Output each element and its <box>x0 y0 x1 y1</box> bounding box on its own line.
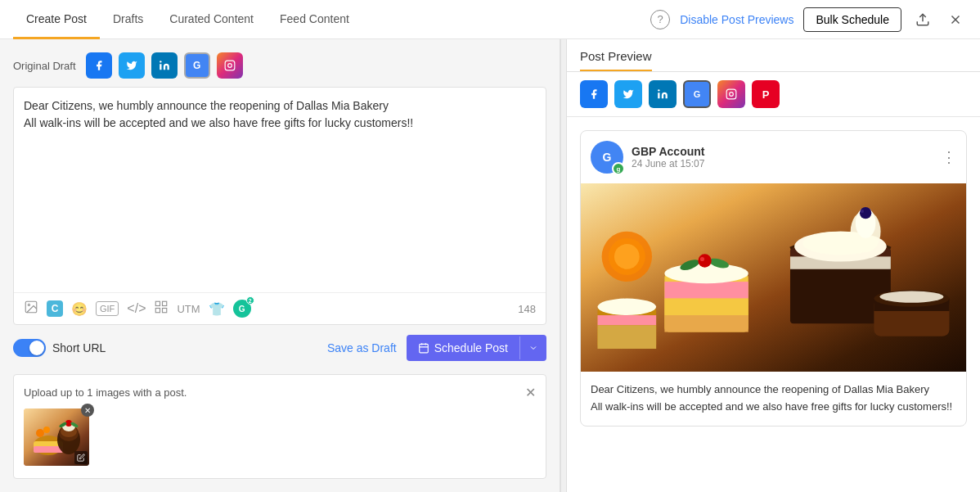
svg-point-54 <box>700 257 704 261</box>
avatar-badge: g <box>612 162 625 175</box>
schedule-chevron[interactable] <box>519 336 546 359</box>
post-textarea[interactable]: Dear Citizens, we humbly announce the re… <box>14 88 546 292</box>
tab-curated-content[interactable]: Curated Content <box>156 1 267 39</box>
svg-point-29 <box>36 429 44 437</box>
preview-instagram-tab[interactable] <box>717 80 745 108</box>
content-icon[interactable]: C <box>47 300 63 317</box>
schedule-post-button[interactable]: Schedule Post <box>407 335 546 361</box>
preview-pinterest-tab[interactable]: P <box>752 80 780 108</box>
save-draft-button[interactable]: Save as Draft <box>327 341 397 354</box>
shirt-icon: 👕 <box>209 301 225 317</box>
bulk-schedule-button[interactable]: Bulk Schedule <box>803 7 901 32</box>
linkedin-tab[interactable] <box>151 52 178 79</box>
svg-point-44 <box>860 207 871 219</box>
svg-rect-3 <box>160 64 161 70</box>
template-icon[interactable] <box>154 300 169 318</box>
bottom-controls: Short URL Save as Draft Schedule Post <box>13 335 546 361</box>
original-draft-label: Original Draft <box>13 60 76 72</box>
gbp-tab[interactable]: G <box>184 52 210 79</box>
main-content: Original Draft G Dear Citizens, we humbl… <box>0 39 980 492</box>
svg-point-35 <box>734 92 735 93</box>
post-editor-area: Dear Citizens, we humbly announce the re… <box>13 87 546 325</box>
upload-area: Upload up to 1 images with a post. ✕ <box>13 374 546 479</box>
preview-facebook-tab[interactable] <box>580 80 608 108</box>
more-options-icon[interactable]: ⋮ <box>942 148 956 166</box>
editor-toolbar: C 😊 GIF </> UTM 👕 G 2 148 <box>14 292 546 324</box>
svg-point-61 <box>597 299 656 315</box>
post-preview-header: Post Preview <box>567 39 980 72</box>
schedule-post-main[interactable]: Schedule Post <box>407 335 519 361</box>
close-icon[interactable] <box>944 8 967 31</box>
grammarly-icon[interactable]: G 2 <box>233 300 251 318</box>
svg-point-34 <box>730 93 734 97</box>
media-upload-icon[interactable] <box>24 300 38 318</box>
svg-point-57 <box>614 244 640 269</box>
svg-rect-33 <box>726 89 736 99</box>
facebook-tab[interactable] <box>86 52 112 79</box>
twitter-tab[interactable] <box>119 52 145 79</box>
preview-twitter-tab[interactable] <box>614 80 642 108</box>
preview-post: G g GBP Account 24 June at 15:07 ⋮ <box>580 130 967 427</box>
svg-point-6 <box>227 64 232 68</box>
tab-create-post[interactable]: Create Post <box>13 1 100 39</box>
toggle-knob <box>29 341 44 355</box>
utm-label[interactable]: UTM <box>177 303 200 315</box>
svg-rect-5 <box>225 61 235 70</box>
preview-card: G g GBP Account 24 June at 15:07 ⋮ <box>567 117 980 440</box>
upload-thumbnail: ✕ <box>24 408 89 466</box>
nav-tabs: Create Post Drafts Curated Content Feed … <box>13 1 362 38</box>
svg-rect-49 <box>664 315 748 332</box>
top-navigation: Create Post Drafts Curated Content Feed … <box>0 0 980 39</box>
panel-divider <box>560 39 567 492</box>
code-icon[interactable]: </> <box>127 301 146 316</box>
help-icon[interactable]: ? <box>650 10 670 29</box>
disable-post-previews-button[interactable]: Disable Post Previews <box>680 13 793 26</box>
svg-rect-60 <box>597 325 656 349</box>
nav-right-controls: ? Disable Post Previews Bulk Schedule <box>650 7 967 32</box>
svg-point-9 <box>28 304 29 305</box>
emoji-icon[interactable]: 😊 <box>71 301 88 317</box>
account-avatar: G g <box>591 141 623 174</box>
schedule-post-label: Schedule Post <box>434 341 508 354</box>
left-panel: Original Draft G Dear Citizens, we humbl… <box>0 39 560 492</box>
gif-icon[interactable]: GIF <box>96 301 119 316</box>
short-url-toggle-container: Short URL <box>13 339 106 357</box>
preview-linkedin-tab[interactable] <box>649 80 677 108</box>
preview-gbp-tab[interactable]: G <box>683 80 711 108</box>
svg-rect-11 <box>163 301 167 305</box>
account-name: GBP Account <box>632 145 933 158</box>
svg-point-4 <box>160 61 161 62</box>
svg-rect-21 <box>34 446 63 453</box>
svg-rect-12 <box>156 309 160 313</box>
svg-rect-31 <box>658 93 659 98</box>
svg-point-32 <box>658 89 659 91</box>
svg-rect-14 <box>419 344 428 353</box>
draft-selector: Original Draft G <box>13 52 546 79</box>
tab-feed-content[interactable]: Feed Content <box>267 1 362 39</box>
upload-header: Upload up to 1 images with a post. ✕ <box>24 385 536 400</box>
svg-rect-47 <box>664 282 748 298</box>
upload-label: Upload up to 1 images with a post. <box>24 386 187 399</box>
svg-rect-48 <box>664 299 748 315</box>
preview-post-header: G g GBP Account 24 June at 15:07 ⋮ <box>581 131 966 183</box>
svg-rect-59 <box>597 315 656 325</box>
short-url-label: Short URL <box>52 341 106 354</box>
instagram-tab[interactable] <box>217 52 243 79</box>
export-icon[interactable] <box>911 8 934 31</box>
svg-point-30 <box>43 427 50 433</box>
svg-point-7 <box>232 63 232 64</box>
short-url-toggle[interactable] <box>13 339 46 357</box>
svg-point-65 <box>880 291 944 302</box>
preview-image <box>581 183 966 372</box>
post-preview-title: Post Preview <box>580 49 652 71</box>
svg-rect-10 <box>156 301 160 305</box>
upload-close-button[interactable]: ✕ <box>525 385 536 400</box>
svg-point-45 <box>861 210 864 213</box>
tab-drafts[interactable]: Drafts <box>100 1 156 39</box>
char-count: 148 <box>518 303 536 315</box>
right-panel: Post Preview G P <box>567 39 980 492</box>
svg-rect-13 <box>163 309 167 313</box>
thumbnail-remove-button[interactable]: ✕ <box>81 404 94 417</box>
thumbnail-edit-button[interactable] <box>74 451 88 464</box>
preview-tabs: G P <box>567 72 980 117</box>
